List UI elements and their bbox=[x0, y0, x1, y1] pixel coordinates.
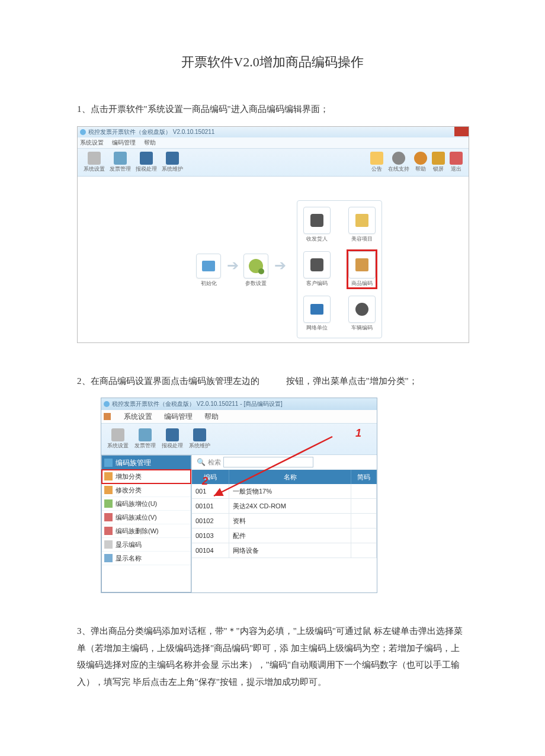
menu-item[interactable]: 编码管理 bbox=[112, 139, 136, 147]
menu-item-decrease[interactable]: 编码族减位(V) bbox=[102, 511, 191, 524]
cell: 美达24X CD-ROM bbox=[229, 499, 351, 514]
exit-icon bbox=[450, 152, 463, 165]
person-icon bbox=[392, 152, 405, 165]
announcement-button[interactable]: 公告 bbox=[370, 152, 383, 173]
screenshot-1: 税控发票开票软件（金税盘版） V2.0.10.150211 系统设置 编码管理 … bbox=[77, 126, 469, 343]
tile-label: 网络单位 bbox=[306, 324, 328, 332]
tile-product-code[interactable]: 商品编码 bbox=[348, 251, 376, 287]
menu-item-increase[interactable]: 编码族增位(U) bbox=[102, 497, 191, 511]
close-icon[interactable] bbox=[454, 127, 469, 136]
menu-item-add-category[interactable]: 增加分类 bbox=[102, 470, 191, 483]
menu-item-show-code[interactable]: 显示编码 bbox=[102, 538, 191, 552]
body-area: 编码族管理 增加分类 修改分类 编码族增位(U) 编码族减位(V) 编码族删除(… bbox=[101, 455, 377, 592]
menu-label: 编码族删除(W) bbox=[116, 527, 159, 536]
flow-init-tile[interactable]: 初始化 bbox=[196, 254, 221, 287]
arrow-icon: ➔ bbox=[227, 257, 239, 274]
list-icon bbox=[104, 554, 113, 562]
invoice-mgmt-button[interactable]: 发票管理 bbox=[134, 428, 156, 450]
toolbar-right-group: 公告 在线支持 帮助 锁屏 退出 bbox=[370, 152, 463, 173]
screen-icon bbox=[310, 304, 323, 315]
tool-label: 报税处理 bbox=[136, 165, 157, 173]
menu-label: 修改分类 bbox=[116, 486, 142, 495]
tile-shipper[interactable]: 收发货人 bbox=[303, 207, 331, 243]
menu-item[interactable]: 系统设置 bbox=[124, 412, 152, 422]
tile-label: 客户编码 bbox=[306, 280, 328, 287]
tool-label: 在线支持 bbox=[388, 165, 409, 173]
sys-maint-button[interactable]: 系统维护 bbox=[162, 152, 183, 173]
tile-network[interactable]: 网络单位 bbox=[303, 296, 331, 332]
tax-process-button[interactable]: 报税处理 bbox=[136, 152, 157, 173]
folder-icon bbox=[355, 214, 368, 227]
menu-item-edit-category[interactable]: 修改分类 bbox=[102, 483, 191, 497]
tile-beauty[interactable]: 美容项目 bbox=[348, 207, 376, 243]
flow-param-tile[interactable]: 参数设置 bbox=[243, 254, 268, 287]
table-row[interactable]: 00104网络设备 bbox=[192, 543, 377, 558]
cell bbox=[351, 499, 377, 514]
menubar: 系统设置 编码管理 帮助 bbox=[101, 410, 377, 424]
online-support-button[interactable]: 在线支持 bbox=[388, 152, 409, 173]
system-settings-button[interactable]: 系统设置 bbox=[84, 152, 105, 173]
plus-icon bbox=[104, 499, 113, 508]
menu-label: 显示编码 bbox=[116, 540, 142, 549]
table-row[interactable]: 00102资料 bbox=[192, 514, 377, 528]
menu-item-show-name[interactable]: 显示名称 bbox=[102, 552, 191, 565]
tile-customer-code[interactable]: 客户编码 bbox=[303, 251, 331, 287]
help-button[interactable]: 帮助 bbox=[414, 152, 427, 173]
main-view: 初始化 ➔ 参数设置 ➔ 收发货人 美容项目 客户编码 商品编码 网络单位 车辆… bbox=[78, 177, 469, 342]
edit-icon bbox=[104, 486, 113, 494]
menu-item[interactable]: 帮助 bbox=[144, 139, 156, 147]
cell: 00103 bbox=[192, 528, 229, 543]
cell: 00104 bbox=[192, 543, 229, 558]
gear-icon bbox=[111, 428, 124, 441]
search-bar: 🔍 检索 bbox=[192, 455, 377, 470]
search-icon: 🔍 bbox=[197, 458, 206, 466]
toolbar: 系统设置 发票管理 报税处理 系统维护 1 bbox=[101, 424, 377, 455]
tax-process-button[interactable]: 报税处理 bbox=[162, 428, 183, 450]
window-buttons[interactable] bbox=[454, 127, 469, 136]
tool-label: 系统维护 bbox=[162, 165, 183, 173]
col-name[interactable]: 名称 bbox=[229, 470, 351, 484]
tool-label: 系统设置 bbox=[107, 442, 129, 450]
window-titlebar: 税控发票开票软件（金税盘版） V2.0.10.150211 - [商品编码设置] bbox=[101, 398, 377, 410]
toolbar-left-group: 系统设置 发票管理 报税处理 系统维护 bbox=[84, 152, 183, 173]
document-title: 开票软件V2.0增加商品编码操作 bbox=[77, 53, 468, 71]
col-shortcode[interactable]: 简码 bbox=[351, 470, 377, 484]
tile-vehicle-code[interactable]: 车辆编码 bbox=[348, 296, 376, 332]
lockscreen-button[interactable]: 锁屏 bbox=[432, 152, 445, 173]
cell: 资料 bbox=[229, 514, 351, 528]
system-settings-button[interactable]: 系统设置 bbox=[107, 428, 129, 450]
monitor-icon bbox=[202, 261, 215, 271]
search-input[interactable] bbox=[223, 457, 313, 467]
col-code[interactable]: 编码 bbox=[192, 470, 229, 484]
tile-label: 初始化 bbox=[201, 280, 217, 287]
menu-header[interactable]: 编码族管理 bbox=[102, 456, 191, 470]
table-row[interactable]: 00103配件 bbox=[192, 528, 377, 543]
step-2-part-b: 按钮，弹出菜单点击"增加分类"； bbox=[286, 376, 418, 386]
menu-label: 增加分类 bbox=[116, 472, 142, 481]
table-row[interactable]: 00101美达24X CD-ROM bbox=[192, 499, 377, 514]
menu-label: 编码族增位(U) bbox=[116, 499, 157, 508]
menu-item[interactable]: 系统设置 bbox=[80, 139, 104, 147]
sys-maint-button[interactable]: 系统维护 bbox=[189, 428, 210, 450]
menu-item[interactable]: 帮助 bbox=[204, 412, 219, 422]
step-3-text: 3、弹出商品分类编码添加对话框，带"＊"内容为必填，"上级编码"可通过鼠 标左键… bbox=[77, 623, 468, 690]
menubar: 系统设置 编码管理 帮助 bbox=[78, 137, 469, 149]
exit-button[interactable]: 退出 bbox=[450, 152, 463, 173]
window-titlebar: 税控发票开票软件（金税盘版） V2.0.10.150211 bbox=[78, 127, 469, 137]
tool-label: 锁屏 bbox=[433, 165, 444, 173]
cell bbox=[351, 543, 377, 558]
table-row[interactable]: 001一般货物17% bbox=[192, 484, 377, 499]
context-menu: 编码族管理 增加分类 修改分类 编码族增位(U) 编码族减位(V) 编码族删除(… bbox=[101, 455, 191, 592]
book-icon bbox=[355, 258, 368, 271]
tool-label: 公告 bbox=[371, 165, 382, 173]
wheel-icon bbox=[355, 303, 368, 316]
cell: 001 bbox=[192, 484, 229, 499]
toolbar: 系统设置 发票管理 报税处理 系统维护 公告 在线支持 帮助 锁屏 退出 bbox=[78, 149, 469, 177]
cell bbox=[351, 484, 377, 499]
minus-icon bbox=[104, 513, 113, 521]
menu-item-delete[interactable]: 编码族删除(W) bbox=[102, 524, 191, 538]
cell: 配件 bbox=[229, 528, 351, 543]
menu-item[interactable]: 编码管理 bbox=[164, 412, 193, 422]
invoice-mgmt-button[interactable]: 发票管理 bbox=[110, 152, 131, 173]
tile-label: 商品编码 bbox=[351, 280, 373, 287]
